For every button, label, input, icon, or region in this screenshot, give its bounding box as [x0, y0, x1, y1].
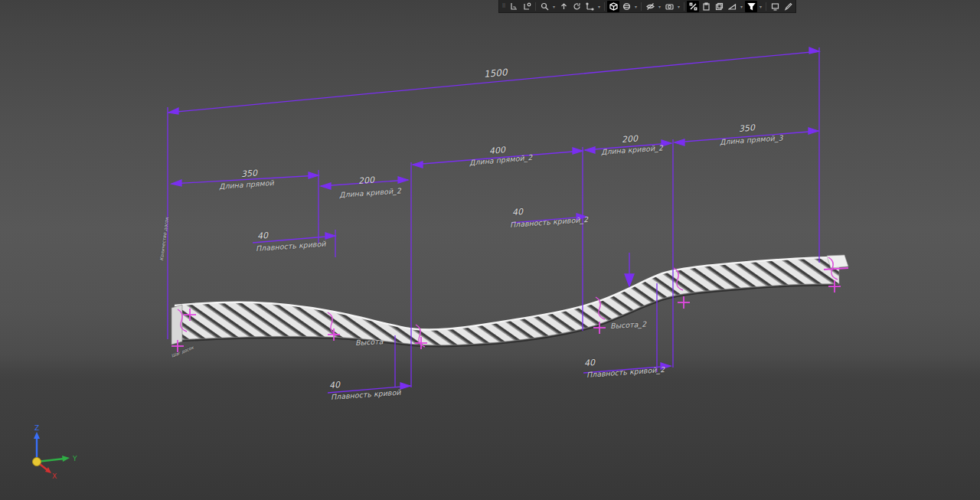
- camera-view-button[interactable]: [663, 1, 675, 12]
- axes-icon: [586, 2, 594, 11]
- render-style-dropdown[interactable]: ▾: [633, 4, 639, 9]
- dim-curve1-value: 200: [358, 175, 375, 186]
- dim-smooth1-value: 40: [257, 230, 269, 241]
- dim-straight3-value: 350: [738, 123, 755, 134]
- dim-straight1-value: 350: [241, 168, 258, 179]
- toolbar-separator: [604, 2, 605, 11]
- rotate-icon: [573, 2, 581, 11]
- clipboard-tool-button[interactable]: [700, 1, 712, 12]
- dim-straight2-value: 400: [488, 145, 505, 156]
- percent-icon: [689, 2, 697, 11]
- cube-icon: [609, 2, 618, 11]
- axis-y-label: Y: [72, 455, 77, 462]
- cornerL-icon: [510, 2, 518, 11]
- cornerL2-icon: [523, 2, 531, 11]
- orient-view-button[interactable]: [557, 1, 570, 12]
- filter-selection-dropdown[interactable]: ▾: [758, 4, 763, 9]
- toolbar-grip-icon[interactable]: ⠿: [501, 1, 507, 12]
- section-view-dropdown[interactable]: ▾: [739, 4, 744, 9]
- toolbar-separator: [766, 2, 766, 11]
- filter-selection-button[interactable]: [745, 1, 757, 12]
- funnel-icon: [747, 2, 756, 11]
- dim-smooth2-value: 40: [512, 207, 524, 217]
- snap-mode-button[interactable]: [687, 1, 699, 12]
- section-view-button[interactable]: [726, 1, 738, 12]
- model-slat-band[interactable]: [172, 255, 848, 347]
- clipboard-icon: [702, 2, 710, 11]
- materials-tool-button[interactable]: [713, 1, 725, 12]
- monitor-icon: [771, 2, 779, 11]
- hide-objects-button[interactable]: [644, 1, 656, 12]
- zoom-tool-dropdown[interactable]: ▾: [551, 4, 557, 9]
- zoom-tool-button[interactable]: [538, 1, 550, 12]
- measure-pen-button[interactable]: [782, 1, 794, 12]
- dim-curve2-value: 200: [622, 134, 639, 145]
- hide-objects-dropdown[interactable]: ▾: [657, 4, 662, 9]
- layers-icon: [715, 2, 724, 11]
- sphere-icon: [622, 2, 631, 11]
- sketch-edit-button[interactable]: [521, 1, 533, 12]
- toolbar-separator: [684, 2, 684, 11]
- axis-triad[interactable]: Z Y X: [33, 424, 78, 480]
- axis-z-label: Z: [34, 424, 39, 432]
- sketch-plane-button[interactable]: [508, 1, 520, 12]
- dim-smooth3-value: 40: [329, 380, 341, 391]
- toolbar-separator: [641, 2, 642, 11]
- dim-height1-label: Высота: [355, 337, 384, 347]
- dim-total-length-value: 1500: [483, 67, 508, 80]
- workplane-tool-button[interactable]: [769, 1, 781, 12]
- coordinate-axes-button[interactable]: [583, 1, 596, 12]
- rotate-view-button[interactable]: [570, 1, 583, 12]
- shaded-display-button[interactable]: [607, 1, 619, 12]
- axis-x-label: X: [52, 472, 57, 480]
- view-toolbar: ⠿▾▾▾▾▾▾▾: [498, 0, 796, 13]
- viewport-3d[interactable]: Z Y X 1500 350 Длина прямой 200 Длина кр…: [0, 0, 980, 500]
- coordinate-axes-dropdown[interactable]: ▾: [596, 4, 602, 9]
- eyeOff-icon: [646, 2, 655, 11]
- pen-icon: [784, 2, 792, 11]
- magnifier-icon: [541, 2, 549, 11]
- arrowUp-icon: [560, 2, 568, 11]
- toolbar-separator: [535, 2, 536, 11]
- camera-icon: [665, 2, 674, 11]
- dim-smooth4-value: 40: [584, 358, 596, 368]
- render-style-button[interactable]: [620, 1, 632, 12]
- camera-view-dropdown[interactable]: ▾: [676, 4, 681, 9]
- ramp-icon: [728, 2, 737, 11]
